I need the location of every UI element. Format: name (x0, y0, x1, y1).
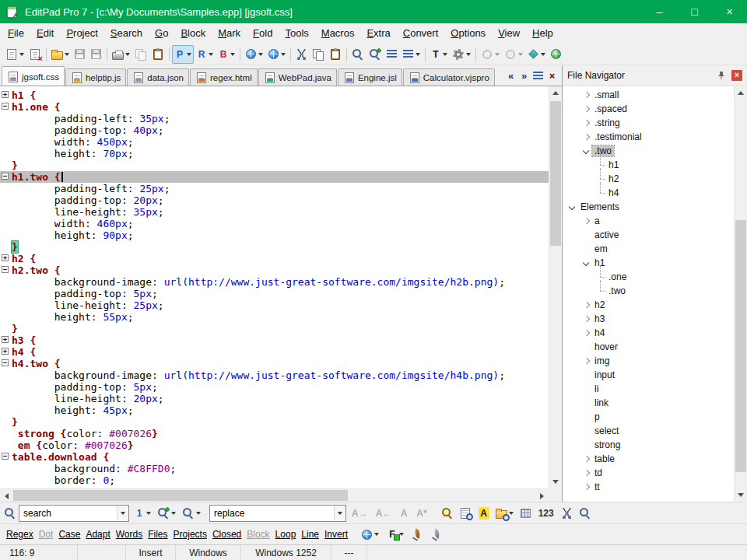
menu-search[interactable]: Search (104, 23, 149, 44)
tree-item-hover[interactable]: hover (563, 340, 734, 354)
tree-item-one[interactable]: .one (563, 270, 734, 284)
code-line[interactable]: } (0, 241, 549, 253)
find-previous-button[interactable] (180, 505, 203, 522)
replace-input[interactable]: replace (210, 508, 334, 519)
tree-item-h1[interactable]: h1 (563, 256, 734, 270)
tree-item-h4[interactable]: h4 (563, 326, 734, 340)
preview-in-browser-button[interactable] (265, 45, 288, 64)
visualize-spaces-button[interactable]: P (172, 45, 194, 64)
code-line[interactable]: background-image: url(http://www.just-gr… (0, 369, 549, 381)
file-list-dropdown-icon[interactable] (416, 53, 420, 56)
chevron-collapsed-icon[interactable] (581, 327, 592, 338)
find-previous-dropdown-icon[interactable] (196, 512, 201, 515)
folding-panel-button[interactable] (384, 45, 400, 64)
code-line[interactable]: height: 45px; (0, 404, 549, 416)
fold-collapse-icon[interactable]: − (0, 451, 12, 463)
new-file-dropdown-icon[interactable] (19, 53, 24, 56)
replace-box[interactable]: replace (209, 505, 346, 522)
option-words[interactable]: Words (116, 529, 142, 540)
tree-item-spaced[interactable]: .spaced (563, 102, 734, 116)
code-line[interactable]: +h4 { (0, 346, 549, 358)
tree-item-h2[interactable]: h2 (563, 172, 734, 186)
tree-item-li[interactable]: li (563, 382, 734, 396)
scroll-down-arrow-icon[interactable] (549, 475, 562, 488)
tree-item-testimonial[interactable]: .testimonial (563, 130, 734, 144)
chevron-collapsed-icon[interactable] (581, 131, 592, 142)
search-input[interactable]: search (19, 508, 117, 519)
chevron-collapsed-icon[interactable] (581, 215, 592, 226)
find-all-button[interactable] (439, 505, 456, 522)
chevron-collapsed-icon[interactable] (581, 355, 592, 366)
replace-history-dropdown-icon[interactable] (334, 506, 345, 521)
open-file-dropdown-icon[interactable] (65, 53, 69, 56)
tree-item-two[interactable]: .two (563, 284, 734, 298)
tab-helptip-js[interactable]: helptip.js (65, 68, 126, 86)
code-line[interactable]: border: 0; (0, 474, 549, 486)
menu-tools[interactable]: Tools (279, 23, 314, 44)
list-all-matches-button[interactable] (458, 505, 475, 522)
open-in-browser-dropdown-icon[interactable] (258, 53, 263, 56)
scroll-tabs-right-button[interactable]: » (519, 69, 529, 82)
help-button[interactable] (548, 45, 564, 64)
menu-options[interactable]: Options (444, 23, 492, 44)
preferences-dropdown-icon[interactable] (466, 53, 471, 56)
fold-collapse-icon[interactable]: − (0, 264, 12, 276)
code-line[interactable]: padding-top: 40px; (0, 124, 549, 136)
tree-item-strong[interactable]: strong (563, 438, 734, 452)
tree-item-tt[interactable]: tt (563, 480, 734, 494)
option-line[interactable]: Line (301, 529, 319, 540)
code-line[interactable]: strong {color: #007026} (0, 428, 549, 439)
paste-document-button[interactable] (149, 45, 167, 64)
chevron-expanded-icon[interactable] (581, 257, 592, 268)
tree-item-input[interactable]: input (563, 368, 734, 382)
menu-project[interactable]: Project (60, 23, 103, 44)
tree-item-link[interactable]: link (563, 396, 734, 410)
tree-item-two[interactable]: .two (563, 144, 734, 158)
menu-convert[interactable]: Convert (397, 23, 445, 44)
close-document-button[interactable]: × (547, 69, 557, 82)
code-area[interactable]: +h1 {−h1.one { padding-left: 35px; paddi… (0, 86, 549, 488)
menu-fold[interactable]: Fold (247, 23, 279, 44)
menu-mark[interactable]: Mark (212, 23, 247, 44)
open-in-browser-button[interactable] (243, 45, 265, 64)
word-wrap-dropdown-icon[interactable] (230, 53, 235, 56)
fold-expand-icon[interactable]: + (0, 334, 12, 346)
code-line[interactable]: height: 90px; (0, 229, 549, 241)
chevron-collapsed-icon[interactable] (581, 467, 592, 478)
tree-item-elements[interactable]: Elements (563, 200, 734, 214)
scroll-right-arrow-icon[interactable] (535, 489, 549, 502)
edit-grid-button[interactable] (517, 505, 534, 522)
option-closed[interactable]: Closed (212, 529, 241, 540)
menu-help[interactable]: Help (526, 23, 559, 44)
vertical-scrollbar-thumb[interactable] (550, 101, 561, 246)
code-line[interactable]: } (0, 159, 549, 171)
navigator-scroll-down-icon[interactable] (734, 488, 747, 502)
find-first-dropdown-icon[interactable] (146, 512, 151, 515)
tree-item-p[interactable]: p (563, 410, 734, 424)
fold-collapse-icon[interactable]: − (0, 171, 12, 183)
search-scope-button[interactable] (359, 526, 381, 543)
option-adapt[interactable]: Adapt (86, 529, 110, 540)
tab-jgsoft-css[interactable]: jgsoft.css (2, 66, 65, 86)
search-scope-dropdown-icon[interactable] (374, 533, 379, 536)
text-layout-dropdown-icon[interactable] (443, 53, 447, 56)
search-in-files-dropdown-icon[interactable] (509, 512, 514, 515)
option-case[interactable]: Case (58, 529, 80, 540)
search-files-button[interactable] (366, 45, 384, 64)
tree-item-select[interactable]: select (563, 424, 734, 438)
title-bar[interactable]: EditPad Pro 7 - [c:\My Documents\Samples… (0, 0, 747, 23)
quill-gray-button[interactable] (429, 526, 445, 543)
fold-expand-icon[interactable]: + (0, 89, 12, 101)
preview-in-browser-dropdown-icon[interactable] (281, 53, 286, 56)
code-line[interactable]: −h1.one { (0, 101, 549, 113)
scroll-left-arrow-icon[interactable] (0, 489, 13, 502)
find-next-dropdown-icon[interactable] (171, 512, 176, 515)
folding-scheme-button[interactable]: F (384, 526, 406, 543)
chevron-expanded-icon[interactable] (567, 201, 578, 212)
menu-go[interactable]: Go (149, 23, 174, 44)
tree-item-active[interactable]: active (563, 228, 734, 242)
code-line[interactable]: } (0, 416, 549, 428)
option-regex[interactable]: Regex (6, 529, 33, 540)
word-wrap-button[interactable]: B (216, 45, 237, 64)
code-line[interactable]: height: 55px; (0, 311, 549, 323)
